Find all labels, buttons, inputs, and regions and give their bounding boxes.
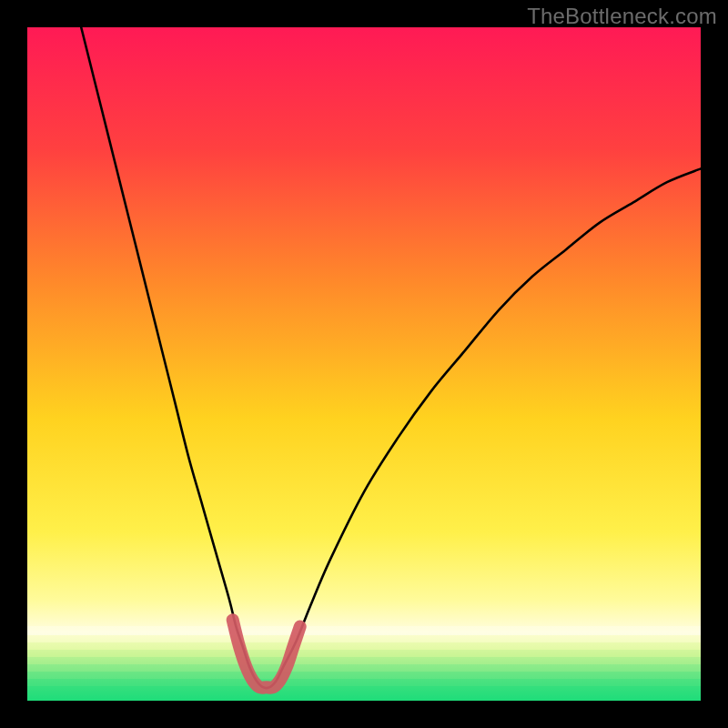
- svg-rect-0: [27, 626, 701, 635]
- svg-rect-8: [27, 686, 701, 701]
- svg-rect-6: [27, 672, 701, 679]
- watermark-text: TheBottleneck.com: [527, 4, 717, 29]
- svg-rect-4: [27, 657, 701, 664]
- svg-rect-7: [27, 679, 701, 686]
- bottleneck-chart: [0, 0, 728, 728]
- svg-rect-2: [27, 642, 701, 650]
- bottom-bands: [27, 626, 701, 701]
- svg-rect-1: [27, 635, 701, 642]
- svg-rect-5: [27, 664, 701, 672]
- svg-rect-3: [27, 650, 701, 657]
- plot-background: [27, 27, 701, 701]
- chart-frame: TheBottleneck.com: [0, 0, 728, 728]
